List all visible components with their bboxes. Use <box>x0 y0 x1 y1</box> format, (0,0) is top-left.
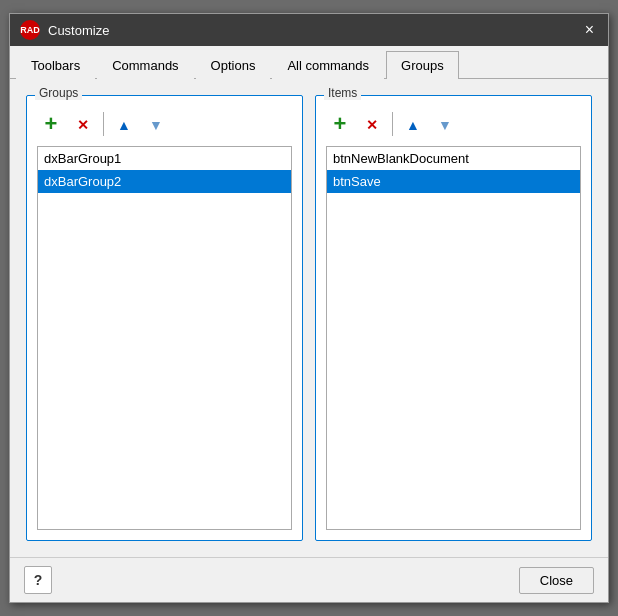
plus-icon <box>45 113 58 135</box>
items-panel: Items btnNewBlankDocument btnSave <box>315 95 592 541</box>
arrow-up-icon <box>117 115 131 133</box>
tab-all-commands[interactable]: All commands <box>272 51 384 79</box>
items-toolbar <box>326 110 581 138</box>
tab-options[interactable]: Options <box>196 51 271 79</box>
arrow-down-icon <box>149 115 163 133</box>
tab-toolbars[interactable]: Toolbars <box>16 51 95 79</box>
list-item[interactable]: dxBarGroup2 <box>38 170 291 193</box>
rad-logo: RAD <box>20 20 40 40</box>
title-bar: RAD Customize × <box>10 14 608 46</box>
items-toolbar-separator <box>392 112 393 136</box>
groups-add-button[interactable] <box>37 110 65 138</box>
groups-move-up-button[interactable] <box>110 110 138 138</box>
plus-icon <box>334 113 347 135</box>
groups-toolbar <box>37 110 292 138</box>
groups-list[interactable]: dxBarGroup1 dxBarGroup2 <box>37 146 292 530</box>
items-move-up-button[interactable] <box>399 110 427 138</box>
items-list[interactable]: btnNewBlankDocument btnSave <box>326 146 581 530</box>
groups-panel: Groups dxBarGroup1 dxBarGroup2 <box>26 95 303 541</box>
tab-groups[interactable]: Groups <box>386 51 459 79</box>
items-remove-button[interactable] <box>358 110 386 138</box>
footer: ? Close <box>10 557 608 602</box>
close-icon[interactable]: × <box>581 22 598 38</box>
arrow-down-icon <box>438 115 452 133</box>
help-button[interactable]: ? <box>24 566 52 594</box>
dialog-title: Customize <box>48 23 581 38</box>
groups-toolbar-separator <box>103 112 104 136</box>
cross-icon <box>366 115 378 133</box>
arrow-up-icon <box>406 115 420 133</box>
groups-legend: Groups <box>35 86 82 100</box>
cross-icon <box>77 115 89 133</box>
content-area: Groups dxBarGroup1 dxBarGroup2 <box>10 79 608 557</box>
list-item[interactable]: btnSave <box>327 170 580 193</box>
tab-bar: Toolbars Commands Options All commands G… <box>10 46 608 79</box>
groups-remove-button[interactable] <box>69 110 97 138</box>
list-item[interactable]: dxBarGroup1 <box>38 147 291 170</box>
list-item[interactable]: btnNewBlankDocument <box>327 147 580 170</box>
groups-move-down-button[interactable] <box>142 110 170 138</box>
tab-commands[interactable]: Commands <box>97 51 193 79</box>
items-legend: Items <box>324 86 361 100</box>
close-button[interactable]: Close <box>519 567 594 594</box>
items-add-button[interactable] <box>326 110 354 138</box>
items-move-down-button[interactable] <box>431 110 459 138</box>
customize-dialog: RAD Customize × Toolbars Commands Option… <box>9 13 609 603</box>
